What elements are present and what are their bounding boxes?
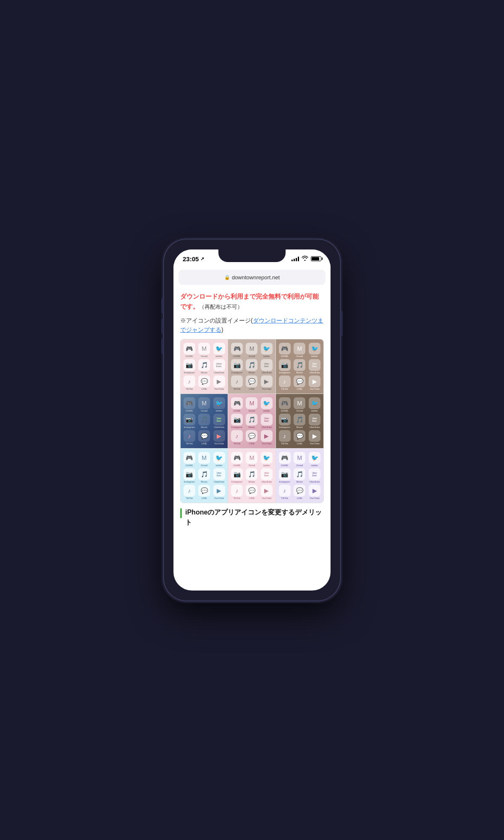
app-icon-item: 💬 LINE [292,375,307,390]
ubereats-icon: UberEats [261,359,273,371]
game-icon: 🎮 [279,397,291,409]
app-icon-item: 💬 LINE [197,430,211,445]
app-icon-item: UberEats UberEats [307,359,322,374]
app-icon-item: M Gmail [245,343,259,357]
app-icon-item: 🎵 Music [292,414,307,428]
ubereats-icon: UberEats [213,414,225,425]
app-icon-item: 🐦 twitter [307,343,322,357]
app-icon-item: 🐦 twitter [307,397,322,412]
tiktok-icon: ♪ [231,430,243,442]
app-icon-item: M Gmail [197,343,211,357]
music-icon: 🎵 [246,468,257,480]
instagram-icon: 📷 [279,468,291,480]
ubereats-icon: UberEats [213,359,225,371]
download-link[interactable]: ダウンロードコンテンツまでジャンプする [180,317,323,333]
app-icon-item: M Gmail [197,452,211,467]
app-icon-item: 📷 Instagram [230,359,244,374]
app-icon-item: M Gmail [245,452,259,467]
game-icon: 🎮 [279,452,291,464]
app-icon-item: 📷 Instagram [230,468,244,483]
twitter-icon: 🐦 [261,397,273,409]
twitter-icon: 🐦 [213,343,225,354]
app-icon-item: 🎵 Music [197,468,211,483]
line-icon: 💬 [294,430,305,442]
instagram-icon: 📷 [231,468,243,480]
gmail-icon: M [198,452,210,464]
youtube-icon: ▶ [261,375,273,387]
app-icon-item: ▶ YouTube [307,430,322,445]
app-icon-item: ▶ YouTube [307,485,322,499]
tiktok-icon: ♪ [279,430,291,442]
battery-icon [311,256,321,261]
browser-url-text: downtownreport.net [232,274,280,281]
theme-row-2: 🎮 GAME M Gmail 🐦 twitter [181,394,323,449]
music-icon: 🎵 [294,414,305,425]
gmail-icon: M [294,397,305,409]
app-icon-item: 📷 Instagram [278,468,292,483]
browser-url-bar[interactable]: 🔒 downtownreport.net [178,270,326,285]
app-icon-item: 🎮 GAME [278,397,292,412]
music-icon: 🎵 [198,414,210,425]
youtube-icon: ▶ [261,485,273,496]
youtube-icon: ▶ [213,430,225,442]
gmail-icon: M [246,452,257,464]
theme-row-1: 🎮 GAME M Gmail 🐦 twitter [181,339,323,394]
app-icon-item: 🐦 twitter [260,343,273,357]
youtube-icon: ▶ [261,430,273,442]
music-icon: 🎵 [198,468,210,480]
line-icon: 💬 [198,430,210,442]
app-icon-item: 📷 Instagram [278,414,292,428]
app-icon-item: ♪ TikTok [182,430,196,445]
app-icon-item: ♪ TikTok [182,375,196,390]
gmail-icon: M [198,343,210,354]
app-icon-item: 🐦 twitter [307,452,322,467]
app-icon-item: M Gmail [292,343,307,357]
ubereats-icon: UberEats [261,414,273,425]
lock-icon: 🔒 [224,275,230,280]
twitter-icon: 🐦 [309,397,320,409]
music-icon: 🎵 [246,414,257,425]
section-heading-block: iPhoneのアプリアイコンを変更するデメリット [180,507,324,528]
app-icon-item: 🎵 Music [292,468,307,483]
line-icon: 💬 [198,375,210,387]
ubereats-icon: UberEats [213,468,225,480]
app-icon-item: 📷 Instagram [182,414,196,428]
app-icon-item: 🎮 GAME [182,343,196,357]
instagram-icon: 📷 [279,359,291,371]
tiktok-icon: ♪ [279,485,291,496]
game-icon: 🎮 [231,397,243,409]
wifi-icon [302,256,308,262]
app-icon-item: ♪ TikTok [278,430,292,445]
promo-red-text: ダウンロードから利用まで完全無料で利用が可能です。（再配布は不可） [180,291,324,312]
instagram-icon: 📷 [184,414,195,425]
promo-text-block: ダウンロードから利用まで完全無料で利用が可能です。（再配布は不可） [180,291,324,312]
app-icon-item: 🎮 GAME [230,397,244,412]
ubereats-icon: UberEats [309,468,320,480]
app-icon-item: ▶ YouTube [212,430,226,445]
app-icon-item: 💬 LINE [197,375,211,390]
ubereats-icon: UberEats [261,468,273,480]
app-icon-item: ▶ YouTube [307,375,322,390]
instagram-icon: 📷 [279,414,291,425]
tiktok-icon: ♪ [279,375,291,387]
music-icon: 🎵 [198,359,210,371]
app-icon-item: UberEats UberEats [260,468,273,483]
app-icon-item: M Gmail [197,397,211,412]
phone-frame: 23:05 ↗ [164,239,340,601]
theme-cell-taupe: 🎮 GAME M Gmail 🐦 twitter [228,339,276,394]
app-icon-item: 🎮 GAME [278,343,292,357]
app-icon-item: 💬 LINE [245,485,259,499]
notch [218,249,286,262]
app-icon-item: 💬 LINE [245,375,259,390]
line-icon: 💬 [246,375,257,387]
app-icon-item: M Gmail [292,452,307,467]
signal-bars-icon [291,256,299,261]
game-icon: 🎮 [184,452,195,464]
app-icon-item: UberEats UberEats [307,468,322,483]
app-icon-item: 🎮 GAME [182,452,196,467]
phone-screen: 23:05 ↗ [173,249,331,591]
twitter-icon: 🐦 [213,397,225,409]
tiktok-icon: ♪ [231,485,243,496]
app-icon-item: 💬 LINE [292,485,307,499]
tiktok-icon: ♪ [184,375,195,387]
